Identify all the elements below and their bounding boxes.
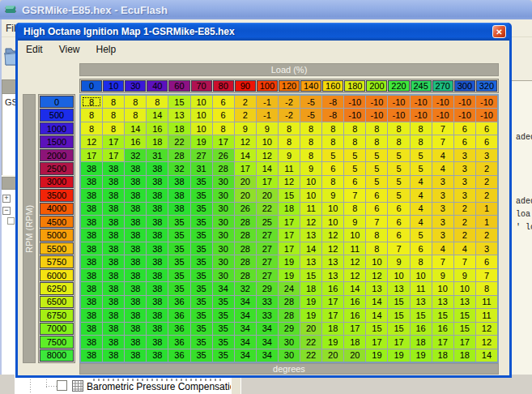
map-cell[interactable]: 17	[235, 162, 256, 174]
map-cell[interactable]: 28	[168, 149, 189, 161]
map-cell[interactable]: 38	[168, 189, 189, 201]
map-cell[interactable]: 15	[366, 323, 387, 335]
map-cell[interactable]: 6	[213, 96, 234, 108]
map-cell[interactable]: 19	[279, 269, 300, 281]
map-cell[interactable]: 30	[213, 189, 234, 201]
rpm-row-header[interactable]: 4500	[40, 216, 74, 228]
map-cell[interactable]: 8	[279, 122, 300, 135]
map-cell[interactable]: 8	[279, 135, 300, 148]
map-cell[interactable]: 32	[168, 162, 189, 174]
map-cell[interactable]: 38	[81, 309, 102, 321]
map-cell[interactable]: 38	[125, 216, 146, 228]
map-cell[interactable]: 2	[454, 203, 475, 215]
dialog-titlebar[interactable]: High Octane Ignition Map 1-GSRMike-E85.h…	[18, 23, 509, 41]
map-cell[interactable]: -10	[454, 109, 475, 121]
map-cell[interactable]: 12	[257, 149, 278, 161]
rpm-row-header[interactable]: 6000	[40, 269, 74, 281]
map-cell[interactable]: 14	[300, 242, 321, 255]
map-cell[interactable]: 11	[476, 309, 497, 321]
map-cell[interactable]: 13	[411, 296, 432, 308]
map-cell[interactable]: 8	[103, 122, 124, 135]
map-cell[interactable]: 30	[213, 216, 234, 228]
map-cell[interactable]: 8	[300, 149, 321, 161]
map-cell[interactable]: 18	[432, 349, 453, 362]
map-cell[interactable]: 8	[213, 122, 234, 135]
rpm-row-header[interactable]: 0	[40, 96, 74, 108]
map-cell[interactable]: 10	[257, 135, 278, 148]
map-cell[interactable]: 17	[279, 242, 300, 255]
map-cell[interactable]: 8	[388, 122, 409, 135]
map-cell[interactable]: 34	[257, 349, 278, 362]
map-cell[interactable]: 17	[454, 336, 475, 348]
map-cell[interactable]: 38	[125, 176, 146, 188]
map-cell[interactable]: 2	[476, 189, 497, 201]
map-cell[interactable]: 4	[432, 149, 453, 161]
map-cell[interactable]: 17	[257, 176, 278, 188]
map-cell[interactable]: 11	[411, 282, 432, 294]
map-cell[interactable]: 17	[103, 149, 124, 161]
map-cell[interactable]: 38	[147, 336, 168, 348]
map-cell[interactable]: 15	[388, 323, 409, 335]
map-cell[interactable]: 34	[213, 282, 234, 294]
map-cell[interactable]: -1	[257, 96, 278, 108]
map-cell[interactable]: 10	[454, 282, 475, 294]
map-cell[interactable]: 6	[388, 203, 409, 215]
map-cell[interactable]: 5	[344, 149, 365, 161]
rpm-row-header[interactable]: 6250	[40, 282, 74, 294]
map-cell[interactable]: 5	[411, 162, 432, 174]
map-cell[interactable]: 35	[191, 309, 212, 321]
map-cell[interactable]: 3	[432, 229, 453, 241]
map-cell[interactable]: 14	[125, 122, 146, 135]
map-cell[interactable]: 35	[168, 282, 189, 294]
map-cell[interactable]: 38	[81, 296, 102, 308]
map-cell[interactable]: 34	[235, 296, 256, 308]
map-cell[interactable]: -5	[300, 109, 321, 121]
map-cell[interactable]: 7	[432, 122, 453, 135]
map-cell[interactable]: 8	[125, 109, 146, 121]
map-cell[interactable]: 7	[476, 269, 497, 281]
map-cell[interactable]: 5	[388, 176, 409, 188]
map-cell[interactable]: 17	[279, 216, 300, 228]
load-column-header[interactable]: 220	[388, 80, 409, 92]
map-cell[interactable]: 35	[191, 282, 212, 294]
map-cell[interactable]: 8	[411, 135, 432, 148]
map-cell[interactable]: 5	[322, 149, 343, 161]
map-cell[interactable]: 7	[454, 255, 475, 268]
map-cell[interactable]: 36	[168, 296, 189, 308]
map-cell[interactable]: 6	[388, 216, 409, 228]
map-cell[interactable]: 16	[344, 296, 365, 308]
map-cell[interactable]: 38	[147, 309, 168, 321]
map-cell[interactable]: 35	[191, 349, 212, 362]
map-cell[interactable]: 12	[279, 176, 300, 188]
map-cell[interactable]: 13	[322, 255, 343, 268]
map-cell[interactable]: 7	[432, 255, 453, 268]
map-cell[interactable]: 15	[279, 189, 300, 201]
map-cell[interactable]: 38	[147, 269, 168, 281]
map-cell[interactable]: 19	[411, 349, 432, 362]
map-cell[interactable]: 38	[125, 229, 146, 241]
rpm-row-header[interactable]: 2000	[40, 149, 74, 161]
map-cell[interactable]: 4	[411, 203, 432, 215]
map-cell[interactable]: 30	[213, 203, 234, 215]
map-cell[interactable]: -1	[257, 109, 278, 121]
map-cell[interactable]: 18	[147, 135, 168, 148]
map-cell[interactable]: 5	[411, 149, 432, 161]
map-cell[interactable]: 6	[366, 203, 387, 215]
map-cell[interactable]: 35	[191, 229, 212, 241]
map-cell[interactable]: 9	[279, 149, 300, 161]
map-cell[interactable]: 38	[103, 269, 124, 281]
map-cell[interactable]: 28	[213, 162, 234, 174]
map-cell[interactable]: 28	[235, 216, 256, 228]
map-cell[interactable]: 38	[147, 296, 168, 308]
map-cell[interactable]: 38	[147, 242, 168, 255]
map-cell[interactable]: 38	[147, 162, 168, 174]
map-cell[interactable]: 13	[322, 269, 343, 281]
map-cell[interactable]: 22	[300, 349, 321, 362]
map-cell[interactable]: 10	[388, 269, 409, 281]
map-cell[interactable]: 24	[279, 282, 300, 294]
map-cell[interactable]: -10	[476, 96, 497, 108]
rpm-row-header[interactable]: 7500	[40, 336, 74, 348]
tree-expand-icon[interactable]: +	[2, 195, 11, 203]
map-cell[interactable]: 22	[257, 203, 278, 215]
map-cell[interactable]: -10	[388, 109, 409, 121]
